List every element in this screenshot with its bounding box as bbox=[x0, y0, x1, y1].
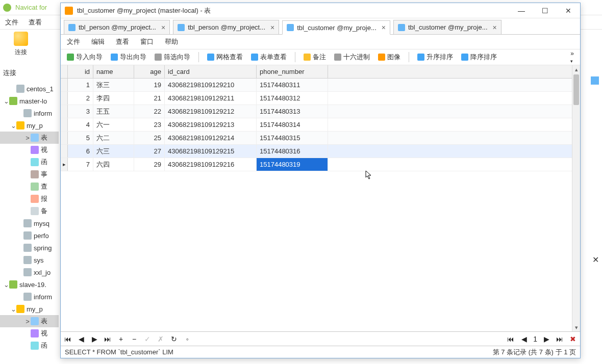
page-last-button[interactable]: ⏭ bbox=[556, 335, 564, 343]
sort-desc-button[interactable]: 降序排序 bbox=[458, 51, 500, 63]
tree-item[interactable]: inform bbox=[0, 291, 59, 303]
page-first-button[interactable]: ⏮ bbox=[507, 335, 515, 343]
sort-asc-button[interactable]: 升序排序 bbox=[414, 51, 456, 63]
column-header-name[interactable]: name bbox=[93, 65, 134, 78]
side-grid-icon[interactable] bbox=[591, 76, 599, 85]
nav-delete-button[interactable]: − bbox=[130, 335, 138, 343]
page-prev-button[interactable]: ◀ bbox=[520, 335, 528, 343]
expand-icon[interactable]: > bbox=[24, 134, 31, 142]
column-header-phone[interactable]: phone_number bbox=[257, 65, 328, 78]
tree-item[interactable]: ⌄my_p bbox=[0, 119, 59, 132]
table-row[interactable]: 1张三1943068219810912921015174480311 bbox=[61, 79, 580, 92]
cell-age[interactable]: 19 bbox=[134, 79, 165, 91]
cell-id[interactable]: 4 bbox=[68, 118, 93, 131]
cell-id_card[interactable]: 430682198109129211 bbox=[165, 92, 257, 105]
cell-id_card[interactable]: 430682198109129214 bbox=[165, 132, 257, 144]
table-row[interactable]: 3王五2243068219810912921215174480313 bbox=[61, 105, 580, 118]
cell-name[interactable]: 六三 bbox=[93, 145, 134, 158]
expand-icon[interactable]: ⌄ bbox=[3, 281, 9, 289]
export-wizard-button[interactable]: 导出向导 bbox=[108, 51, 149, 63]
tree-item[interactable]: inform bbox=[0, 107, 59, 119]
cell-phone[interactable]: 15174480316 bbox=[257, 145, 328, 158]
tree-item[interactable]: 函 bbox=[0, 156, 59, 168]
document-tab[interactable]: tbl_customer @my_proje...× bbox=[393, 20, 501, 34]
column-header-age[interactable]: age bbox=[134, 65, 165, 78]
cell-phone[interactable]: 15174480319 bbox=[257, 158, 328, 171]
menu-view[interactable]: 查看 bbox=[116, 37, 129, 46]
tree-item[interactable]: mysq bbox=[0, 217, 59, 229]
cell-phone[interactable]: 15174480311 bbox=[257, 79, 328, 91]
nav-cancel-button[interactable]: ✗ bbox=[157, 335, 165, 343]
cell-id[interactable]: 7 bbox=[68, 158, 93, 171]
cell-phone[interactable]: 15174480315 bbox=[257, 132, 328, 144]
tree-item[interactable]: 函 bbox=[0, 340, 59, 352]
tab-close-icon[interactable]: × bbox=[270, 23, 274, 32]
cell-name[interactable]: 王五 bbox=[93, 105, 134, 118]
tree-item[interactable]: perfo bbox=[0, 229, 59, 242]
nav-refresh-button[interactable]: ↻ bbox=[170, 335, 178, 343]
row-gutter[interactable] bbox=[61, 79, 68, 91]
cell-name[interactable]: 张三 bbox=[93, 79, 134, 91]
table-row[interactable]: 6六三2743068219810912921515174480316 bbox=[61, 145, 580, 158]
tab-close-icon[interactable]: × bbox=[382, 23, 386, 32]
cell-age[interactable]: 29 bbox=[134, 158, 165, 171]
cell-age[interactable]: 25 bbox=[134, 132, 165, 144]
tree-item[interactable]: 查 bbox=[0, 180, 59, 193]
toolbar-overflow-button[interactable]: »▾ bbox=[570, 50, 577, 64]
row-gutter[interactable] bbox=[61, 132, 68, 144]
cell-age[interactable]: 23 bbox=[134, 118, 165, 131]
cell-id[interactable]: 1 bbox=[68, 79, 93, 91]
cell-id_card[interactable]: 430682198109129215 bbox=[165, 145, 257, 158]
tree-item[interactable]: 事 bbox=[0, 168, 59, 180]
tree-item[interactable]: 视 bbox=[0, 144, 59, 156]
column-header-idcard[interactable]: id_card bbox=[165, 65, 257, 78]
column-header-id[interactable]: id bbox=[68, 65, 93, 78]
expand-icon[interactable]: ⌄ bbox=[3, 97, 9, 105]
cell-phone[interactable]: 15174480312 bbox=[257, 92, 328, 105]
cell-id_card[interactable]: 430682198109129210 bbox=[165, 79, 257, 91]
nav-first-button[interactable]: ⏮ bbox=[64, 335, 72, 343]
menu-file[interactable]: 文件 bbox=[67, 37, 80, 46]
nav-commit-button[interactable]: ✓ bbox=[143, 335, 152, 343]
maximize-button[interactable]: ☐ bbox=[533, 3, 557, 18]
cell-age[interactable]: 21 bbox=[134, 92, 165, 105]
expand-icon[interactable]: ⌄ bbox=[10, 122, 16, 129]
cell-phone[interactable]: 15174480314 bbox=[257, 118, 328, 131]
connection-tree[interactable]: centos_1⌄master-loinform⌄my_p>表视函事查报备mys… bbox=[0, 83, 59, 364]
tree-item[interactable]: xxl_jo bbox=[0, 266, 59, 278]
nav-prev-button[interactable]: ◀ bbox=[77, 335, 85, 343]
nav-next-button[interactable]: ▶ bbox=[90, 335, 98, 343]
outer-menu-view[interactable]: 查看 bbox=[29, 18, 42, 27]
cell-phone[interactable]: 15174480313 bbox=[257, 105, 328, 118]
tree-item[interactable]: centos_1 bbox=[0, 83, 59, 95]
page-tool-button[interactable]: ✖ bbox=[569, 335, 577, 343]
outer-menu-file[interactable]: 文件 bbox=[5, 18, 18, 27]
scroll-down-icon[interactable]: ▾ bbox=[572, 323, 580, 331]
cell-id_card[interactable]: 430682198109129212 bbox=[165, 105, 257, 118]
cell-name[interactable]: 六二 bbox=[93, 132, 134, 144]
tree-item[interactable]: >表 bbox=[0, 315, 59, 327]
window-titlebar[interactable]: tbl_customer @my_project (master-local) … bbox=[61, 3, 580, 18]
row-gutter[interactable] bbox=[61, 105, 68, 118]
grid-view-button[interactable]: 网格查看 bbox=[204, 51, 246, 63]
scroll-up-icon[interactable]: ▴ bbox=[572, 65, 580, 73]
tree-item[interactable]: ⌄slave-19. bbox=[0, 278, 59, 291]
cell-age[interactable]: 27 bbox=[134, 145, 165, 158]
form-view-button[interactable]: 表单查看 bbox=[248, 51, 290, 63]
filter-wizard-button[interactable]: 筛选向导 bbox=[152, 51, 193, 63]
tree-item[interactable]: >表 bbox=[0, 132, 59, 144]
document-tab[interactable]: tbl_customer @my_proje...× bbox=[282, 20, 390, 35]
menu-window[interactable]: 窗口 bbox=[140, 37, 154, 46]
vertical-scrollbar[interactable]: ▴ ▾ bbox=[572, 65, 580, 331]
cell-id[interactable]: 2 bbox=[68, 92, 93, 105]
cell-id_card[interactable]: 430682198109129213 bbox=[165, 118, 257, 131]
nav-stop-button[interactable]: ◦ bbox=[183, 335, 191, 343]
cell-id[interactable]: 5 bbox=[68, 132, 93, 144]
row-gutter[interactable] bbox=[61, 118, 68, 131]
minimize-button[interactable]: — bbox=[510, 3, 533, 18]
table-row[interactable]: 2李四2143068219810912921115174480312 bbox=[61, 92, 580, 105]
nav-last-button[interactable]: ⏭ bbox=[104, 335, 112, 343]
document-tab[interactable]: tbl_person @my_project...× bbox=[173, 20, 279, 34]
cell-id[interactable]: 6 bbox=[68, 145, 93, 158]
cell-name[interactable]: 六一 bbox=[93, 118, 134, 131]
